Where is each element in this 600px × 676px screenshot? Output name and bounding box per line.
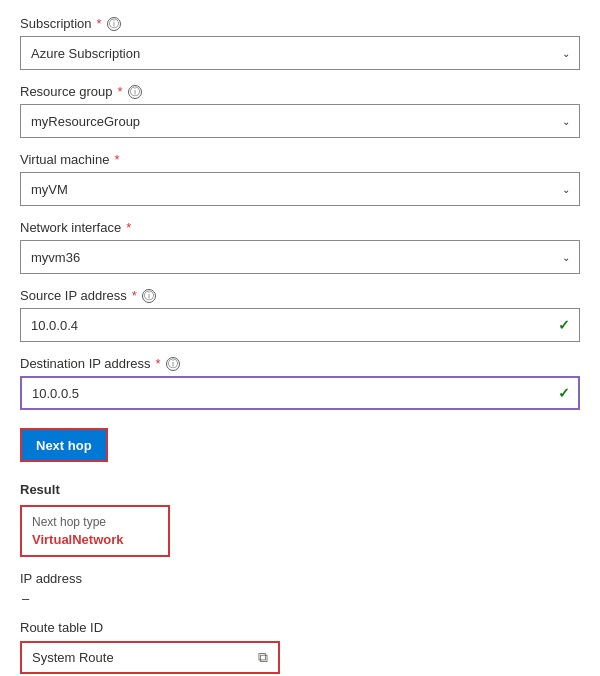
resource-group-label-text: Resource group <box>20 84 113 99</box>
resource-group-field: Resource group * ⓘ myResourceGroup ⌄ <box>20 84 580 138</box>
virtual-machine-field: Virtual machine * myVM ⌄ <box>20 152 580 206</box>
ip-address-value: – <box>20 591 580 606</box>
source-ip-input[interactable] <box>20 308 580 342</box>
destination-ip-label: Destination IP address * ⓘ <box>20 356 580 371</box>
subscription-label-text: Subscription <box>20 16 92 31</box>
source-ip-info-icon[interactable]: ⓘ <box>142 289 156 303</box>
network-interface-label-text: Network interface <box>20 220 121 235</box>
next-hop-type-label: Next hop type <box>32 515 158 529</box>
ip-address-section: IP address – <box>20 571 580 606</box>
resource-group-label: Resource group * ⓘ <box>20 84 580 99</box>
destination-ip-input[interactable] <box>20 376 580 410</box>
subscription-label: Subscription * ⓘ <box>20 16 580 31</box>
destination-ip-field: Destination IP address * ⓘ ✓ <box>20 356 580 410</box>
destination-ip-label-text: Destination IP address <box>20 356 151 371</box>
result-section: Result Next hop type VirtualNetwork <box>20 482 580 557</box>
route-table-label: Route table ID <box>20 620 580 635</box>
destination-ip-info-icon[interactable]: ⓘ <box>166 357 180 371</box>
source-ip-label-text: Source IP address <box>20 288 127 303</box>
network-interface-label: Network interface * <box>20 220 580 235</box>
virtual-machine-dropdown-wrapper: myVM ⌄ <box>20 172 580 206</box>
resource-group-dropdown-wrapper: myResourceGroup ⌄ <box>20 104 580 138</box>
subscription-required: * <box>97 16 102 31</box>
next-hop-button[interactable]: Next hop <box>20 428 108 462</box>
source-ip-input-wrapper: ✓ <box>20 308 580 342</box>
source-ip-label: Source IP address * ⓘ <box>20 288 580 303</box>
route-table-section: Route table ID System Route ⧉ <box>20 620 580 674</box>
resource-group-select[interactable]: myResourceGroup <box>20 104 580 138</box>
virtual-machine-required: * <box>114 152 119 167</box>
source-ip-field: Source IP address * ⓘ ✓ <box>20 288 580 342</box>
subscription-select[interactable]: Azure Subscription <box>20 36 580 70</box>
virtual-machine-select[interactable]: myVM <box>20 172 580 206</box>
resource-group-required: * <box>118 84 123 99</box>
network-interface-required: * <box>126 220 131 235</box>
destination-ip-required: * <box>156 356 161 371</box>
source-ip-check-icon: ✓ <box>558 317 570 333</box>
network-interface-dropdown-wrapper: myvm36 ⌄ <box>20 240 580 274</box>
route-table-value: System Route <box>32 650 114 665</box>
route-table-box: System Route ⧉ <box>20 641 280 674</box>
destination-ip-input-wrapper: ✓ <box>20 376 580 410</box>
resource-group-info-icon[interactable]: ⓘ <box>128 85 142 99</box>
destination-ip-check-icon: ✓ <box>558 385 570 401</box>
virtual-machine-label: Virtual machine * <box>20 152 580 167</box>
subscription-dropdown-wrapper: Azure Subscription ⌄ <box>20 36 580 70</box>
next-hop-type-value: VirtualNetwork <box>32 532 158 547</box>
ip-address-label: IP address <box>20 571 580 586</box>
virtual-machine-label-text: Virtual machine <box>20 152 109 167</box>
next-hop-type-box: Next hop type VirtualNetwork <box>20 505 170 557</box>
network-interface-select[interactable]: myvm36 <box>20 240 580 274</box>
subscription-info-icon[interactable]: ⓘ <box>107 17 121 31</box>
copy-icon[interactable]: ⧉ <box>258 649 268 666</box>
network-interface-field: Network interface * myvm36 ⌄ <box>20 220 580 274</box>
result-title: Result <box>20 482 580 497</box>
source-ip-required: * <box>132 288 137 303</box>
subscription-field: Subscription * ⓘ Azure Subscription ⌄ <box>20 16 580 70</box>
